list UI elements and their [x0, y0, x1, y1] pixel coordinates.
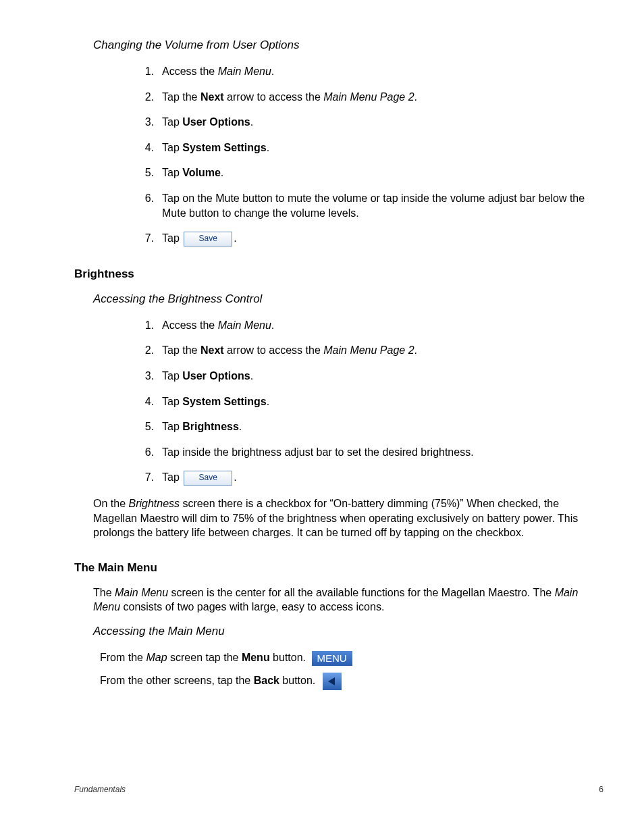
menu-button-icon: MENU	[312, 651, 352, 666]
list-item: 3.Tap User Options.	[139, 369, 603, 384]
subheading-volume: Changing the Volume from User Options	[93, 38, 603, 53]
bold-text: Volume	[182, 167, 221, 178]
step-number: 4.	[139, 394, 154, 409]
list-item: 6.Tap inside the brightness adjust bar t…	[139, 445, 603, 460]
step-number: 1.	[139, 318, 154, 333]
step-number: 4.	[139, 140, 154, 155]
italic-text: Main Menu	[218, 66, 271, 77]
heading-brightness: Brightness	[74, 267, 603, 282]
list-item: 2.Tap the Next arrow to access the Main …	[139, 343, 603, 358]
list-item: 3.Tap User Options.	[139, 115, 603, 130]
brightness-note: On the Brightness screen there is a chec…	[93, 496, 603, 540]
bold-text: User Options	[182, 116, 250, 128]
list-item: 7.Tap Save.	[139, 231, 603, 246]
save-button-icon: Save	[184, 232, 232, 246]
list-item: 4.Tap System Settings.	[139, 394, 603, 409]
step-number: 5.	[139, 165, 154, 180]
step-number: 3.	[139, 369, 154, 384]
step-number: 6.	[139, 445, 154, 460]
list-item: 6.Tap on the Mute button to mute the vol…	[139, 191, 603, 220]
steps-volume: 1.Access the Main Menu.2.Tap the Next ar…	[139, 64, 603, 246]
main-menu-line2: From the other screens, tap the Back but…	[100, 673, 603, 690]
bold-text: System Settings	[182, 142, 266, 153]
footer-section: Fundamentals	[74, 785, 126, 794]
italic-text: Main Menu Page 2	[323, 344, 414, 356]
step-number: 6.	[139, 191, 154, 206]
subheading-main-menu: Accessing the Main Menu	[93, 624, 603, 640]
bold-text: Next	[200, 91, 224, 103]
step-number: 2.	[139, 90, 154, 105]
italic-text: Main Menu Page 2	[323, 91, 414, 103]
bold-text: User Options	[182, 370, 250, 382]
list-item: 4.Tap System Settings.	[139, 140, 603, 155]
list-item: 1.Access the Main Menu.	[139, 64, 603, 79]
steps-brightness: 1.Access the Main Menu.2.Tap the Next ar…	[139, 318, 603, 486]
list-item: 1.Access the Main Menu.	[139, 318, 603, 333]
step-number: 2.	[139, 343, 154, 358]
list-item: 5.Tap Brightness.	[139, 419, 603, 434]
italic-text: Main Menu	[218, 319, 271, 331]
main-menu-line1: From the Map screen tap the Menu button.…	[100, 650, 603, 666]
bold-text: Brightness	[182, 421, 239, 432]
step-number: 5.	[139, 419, 154, 434]
footer-page-number: 6	[599, 784, 603, 795]
bold-text: System Settings	[182, 396, 266, 407]
main-menu-intro: The Main Menu screen is the center for a…	[93, 585, 603, 615]
step-number: 1.	[139, 64, 154, 79]
list-item: 7.Tap Save.	[139, 470, 603, 486]
svg-marker-0	[328, 677, 335, 685]
step-number: 3.	[139, 115, 154, 130]
subheading-brightness: Accessing the Brightness Control	[93, 292, 603, 307]
list-item: 5.Tap Volume.	[139, 165, 603, 180]
save-button-icon: Save	[184, 471, 232, 486]
page-footer: Fundamentals 6	[74, 784, 603, 795]
bold-text: Next	[200, 344, 224, 356]
heading-main-menu: The Main Menu	[74, 561, 603, 576]
step-number: 7.	[139, 231, 154, 246]
list-item: 2.Tap the Next arrow to access the Main …	[139, 90, 603, 105]
step-number: 7.	[139, 470, 154, 485]
back-button-icon	[323, 673, 342, 690]
